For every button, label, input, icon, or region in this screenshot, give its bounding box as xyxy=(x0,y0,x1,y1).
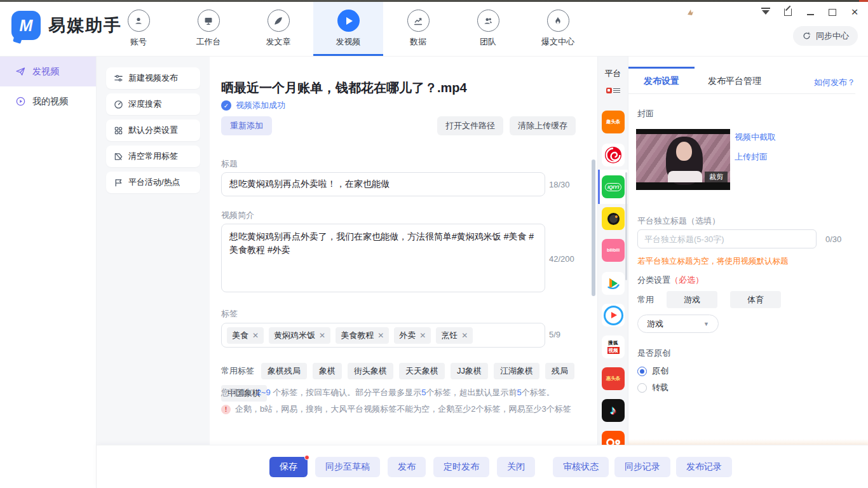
common-tag[interactable]: 江湖象棋 xyxy=(494,363,539,379)
capture-from-video-link[interactable]: 视频中截取 xyxy=(735,132,776,143)
tags-input[interactable]: 美食✕ 黄焖鸡米饭✕ 美食教程✕ 外卖✕ 烹饪✕ xyxy=(221,323,545,348)
platform-icon-qutoutiao[interactable]: 趣头条 xyxy=(602,111,625,133)
quick-action-label: 默认分类设置 xyxy=(128,125,178,136)
grid-icon xyxy=(114,126,123,135)
radio-repost[interactable]: 转载 xyxy=(637,382,668,393)
cover-thumbnail[interactable]: 裁剪 xyxy=(636,129,730,190)
sync-center-button[interactable]: 同步中心 xyxy=(793,26,858,46)
nav-tab-team[interactable]: 团队 xyxy=(456,0,520,56)
common-tags-label: 常用标签 xyxy=(221,365,254,377)
exclamation-icon: ! xyxy=(221,405,231,414)
article-icon xyxy=(268,10,290,32)
nav-tab-account[interactable]: 账号 xyxy=(107,0,170,56)
publish-settings-panel: 发布设置 发布平台管理 如何发布？ 封面 裁剪 视频中截取 上传封面 平台独立标… xyxy=(628,57,868,445)
remove-tag-icon[interactable]: ✕ xyxy=(377,331,384,340)
nav-label: 数据 xyxy=(410,36,426,48)
tag-chip: 黄焖鸡米饭✕ xyxy=(269,327,330,344)
sync-records-button[interactable]: 同步记录 xyxy=(614,457,670,477)
remove-tag-icon[interactable]: ✕ xyxy=(319,331,325,340)
sidebar-item-label: 发视频 xyxy=(32,66,59,78)
user-icon xyxy=(128,10,150,32)
upload-cover-link[interactable]: 上传封面 xyxy=(735,151,776,163)
tags-counter: 5/9 xyxy=(549,330,560,339)
sync-to-draft-button[interactable]: 同步至草稿 xyxy=(315,457,380,477)
desc-counter: 42/200 xyxy=(549,254,574,264)
remove-tag-icon[interactable]: ✕ xyxy=(461,331,468,340)
sidebar-item-publish-video[interactable]: 发视频 xyxy=(0,57,96,86)
video-play-icon xyxy=(337,10,360,32)
tag-label: 美食 xyxy=(232,330,248,341)
sidebar-item-my-videos[interactable]: 我的视频 xyxy=(0,86,96,116)
nav-tab-workbench[interactable]: 工作台 xyxy=(177,0,240,56)
nav-tab-article[interactable]: 发文章 xyxy=(247,0,310,56)
publish-records-button[interactable]: 发布记录 xyxy=(676,457,732,477)
platform-scrollbar[interactable] xyxy=(625,172,627,280)
screenshot-icon[interactable] xyxy=(782,6,794,18)
quick-action-label: 深度搜索 xyxy=(128,98,161,110)
platform-icon-bilibili[interactable]: bilibili xyxy=(602,239,625,262)
readd-video-button[interactable]: 重新添加 xyxy=(221,116,272,135)
common-tag[interactable]: 象棋 xyxy=(313,363,342,379)
platform-icon-ifeng[interactable] xyxy=(602,144,625,166)
video-desc-textarea[interactable]: 想吃黄焖鸡别再点外卖了，我们在家也能做，方法很简单#黄焖鸡米饭 #美食 #美食教… xyxy=(221,224,545,292)
common-tag[interactable]: JJ象棋 xyxy=(451,363,488,379)
category-option-sports[interactable]: 体育 xyxy=(730,291,781,308)
remove-tag-icon[interactable]: ✕ xyxy=(252,331,259,340)
platform-icon-douyin[interactable]: ♪ xyxy=(602,399,625,422)
window-titlebar: × xyxy=(686,5,860,19)
flag-icon xyxy=(114,178,123,187)
nav-label: 工作台 xyxy=(196,36,221,48)
crop-button[interactable]: 裁剪 xyxy=(705,172,728,182)
platform-icon-iqiyi[interactable]: iQIYI xyxy=(602,175,625,198)
publish-button[interactable]: 发布 xyxy=(388,457,426,477)
main-scrollbar[interactable] xyxy=(592,159,595,296)
new-video-publish-button[interactable]: 新建视频发布 xyxy=(106,67,200,89)
video-title-input[interactable] xyxy=(221,172,545,196)
default-category-button[interactable]: 默认分类设置 xyxy=(106,119,200,141)
common-tag[interactable]: 街头象棋 xyxy=(348,363,393,379)
clear-tags-button[interactable]: 清空常用标签 xyxy=(106,146,200,167)
tab-publish-settings[interactable]: 发布设置 xyxy=(628,69,695,93)
platform-icon-tencent-video[interactable] xyxy=(602,272,625,295)
team-icon xyxy=(477,10,499,32)
category-select[interactable]: 游戏 ▼ xyxy=(637,315,719,333)
logo-bubble-icon: M xyxy=(11,11,41,40)
deep-search-button[interactable]: 深度搜索 xyxy=(106,93,200,115)
common-tag[interactable]: 残局 xyxy=(545,363,574,379)
radio-original[interactable]: 原创 xyxy=(637,365,668,377)
radio-label: 转载 xyxy=(652,382,668,393)
clear-upload-cache-button[interactable]: 清除上传缓存 xyxy=(510,116,576,135)
tags-hint: 您可添加 2~9 个标签，按回车确认。部分平台最多显示5个标签，超出默认显示前5… xyxy=(221,387,555,398)
close-editor-button[interactable]: 关闭 xyxy=(497,457,535,477)
dropdown-filter-icon[interactable] xyxy=(760,6,771,18)
tag-chip: 外卖✕ xyxy=(394,327,431,344)
nav-tab-video[interactable]: 发视频 xyxy=(313,0,383,56)
platform-icon-kuaishou[interactable] xyxy=(602,431,625,445)
independent-title-input[interactable] xyxy=(637,229,817,248)
tags-warning: ! 企鹅，b站，网易，搜狗，大风平台视频标签不能为空，企鹅至少2个标签，网易至少… xyxy=(221,403,571,415)
common-tag[interactable]: 象棋残局 xyxy=(261,363,307,379)
nav-tab-hot-center[interactable]: 爆文中心 xyxy=(526,0,590,56)
close-button[interactable]: × xyxy=(849,6,860,18)
open-file-path-button[interactable]: 打开文件路径 xyxy=(437,116,503,135)
platform-icon-camera-app[interactable] xyxy=(602,207,625,230)
common-tag[interactable]: 天天象棋 xyxy=(399,363,445,379)
review-status-button[interactable]: 审核状态 xyxy=(553,457,609,477)
clear-tag-icon xyxy=(114,152,123,161)
tray-icon[interactable] xyxy=(686,8,695,17)
maximize-button[interactable] xyxy=(827,6,838,18)
nav-label: 发视频 xyxy=(336,36,361,48)
minimize-button[interactable] xyxy=(804,6,816,18)
platform-icon-sohu-video[interactable]: 搜狐 视频 xyxy=(602,336,625,358)
save-button[interactable]: 保存 xyxy=(269,457,308,477)
how-to-publish-link[interactable]: 如何发布？ xyxy=(814,77,855,88)
category-option-game[interactable]: 游戏 xyxy=(667,291,717,308)
remove-tag-icon[interactable]: ✕ xyxy=(419,331,426,340)
tab-platform-management[interactable]: 发布平台管理 xyxy=(695,69,775,93)
platform-icon-huitoutiao[interactable]: 惠头条 xyxy=(602,367,625,390)
platform-activity-button[interactable]: 平台活动/热点 xyxy=(106,172,200,193)
nav-tab-data[interactable]: 数据 xyxy=(386,0,450,56)
video-filename: 晒最近一个月账单，钱都花在哪儿了？.mp4 xyxy=(221,79,467,97)
platform-icon-youku[interactable] xyxy=(602,304,625,327)
schedule-publish-button[interactable]: 定时发布 xyxy=(433,457,489,477)
